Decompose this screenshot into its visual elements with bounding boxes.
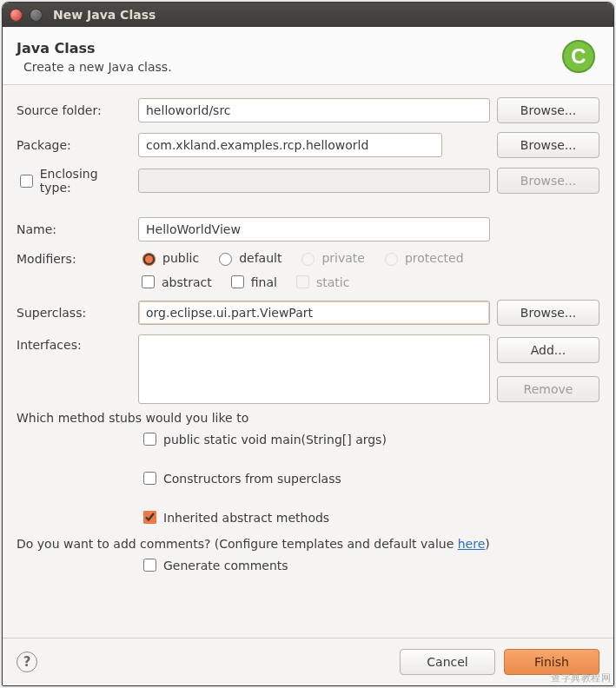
watermark-text: 查字典教程网	[551, 671, 611, 685]
browse-enclosing-button: Browse...	[497, 168, 599, 194]
generate-comments[interactable]: Generate comments	[140, 556, 599, 574]
add-interface-button[interactable]: Add...	[497, 337, 599, 363]
dialog-header: Java Class Create a new Java class. C	[3, 27, 613, 85]
check-inherited[interactable]	[143, 511, 156, 524]
label-name: Name:	[17, 222, 131, 236]
close-icon[interactable]	[10, 9, 23, 22]
modifier-private: private	[297, 250, 365, 266]
interfaces-list[interactable]	[138, 334, 490, 404]
check-constructors[interactable]	[143, 472, 156, 485]
radio-protected	[385, 253, 398, 266]
enclosing-type-input	[138, 169, 490, 193]
label-superclass: Superclass:	[17, 306, 131, 320]
check-abstract[interactable]	[142, 275, 155, 288]
configure-templates-link[interactable]: here	[458, 537, 486, 551]
spacer	[17, 203, 599, 208]
window-title: New Java Class	[53, 8, 156, 22]
modifier-static: static	[293, 273, 349, 291]
page-title: Java Class	[17, 40, 558, 56]
svg-text:C: C	[571, 44, 586, 68]
stubs-question: Which method stubs would you like to	[3, 407, 613, 425]
source-folder-input[interactable]	[138, 98, 490, 122]
remove-interface-button: Remove	[497, 376, 599, 402]
enclosing-type-check[interactable]: Enclosing type:	[17, 167, 131, 195]
radio-default[interactable]	[219, 253, 232, 266]
minimize-icon[interactable]	[30, 9, 43, 22]
radio-public[interactable]	[142, 253, 156, 266]
titlebar: New Java Class	[3, 3, 613, 27]
comments-question: Do you want to add comments? (Configure …	[3, 533, 613, 554]
modifier-final[interactable]: final	[228, 273, 277, 291]
stub-constructors[interactable]: Constructors from superclass	[140, 469, 599, 487]
check-static	[296, 275, 309, 288]
modifier-default[interactable]: default	[215, 250, 282, 266]
dialog-window: New Java Class Java Class Create a new J…	[2, 2, 614, 686]
browse-superclass-button[interactable]: Browse...	[497, 300, 599, 326]
radio-private	[301, 253, 315, 266]
stubs-options: public static void main(String[] args) C…	[3, 425, 613, 533]
dialog-footer: ? Cancel Finish	[3, 638, 613, 685]
enclosing-type-checkbox[interactable]	[20, 175, 33, 188]
label-package: Package:	[17, 138, 131, 152]
label-interfaces: Interfaces:	[17, 334, 131, 352]
help-icon[interactable]: ?	[17, 652, 37, 672]
check-main[interactable]	[143, 433, 156, 446]
modifier-protected: protected	[381, 250, 464, 266]
label-modifiers: Modifiers:	[17, 250, 131, 266]
dialog-content: Java Class Create a new Java class. C So…	[3, 27, 613, 685]
browse-source-button[interactable]: Browse...	[497, 97, 599, 123]
browse-package-button[interactable]: Browse...	[497, 132, 599, 158]
page-subtitle: Create a new Java class.	[23, 60, 558, 74]
check-generate-comments[interactable]	[143, 559, 156, 572]
label-enclosing-type: Enclosing type:	[40, 167, 131, 195]
check-final[interactable]	[231, 275, 244, 288]
modifiers-group: public default private protected	[138, 250, 599, 291]
stub-main[interactable]: public static void main(String[] args)	[140, 430, 599, 448]
superclass-input[interactable]	[138, 301, 490, 325]
name-input[interactable]	[138, 217, 490, 241]
stub-inherited[interactable]: Inherited abstract methods	[140, 508, 599, 526]
class-icon: C	[558, 36, 599, 77]
package-input[interactable]	[138, 133, 442, 157]
cancel-button[interactable]: Cancel	[400, 649, 495, 675]
modifier-public[interactable]: public	[138, 250, 199, 266]
label-source-folder: Source folder:	[17, 103, 131, 117]
form-grid: Source folder: Browse... Package: Browse…	[3, 85, 613, 407]
modifier-abstract[interactable]: abstract	[138, 273, 212, 291]
